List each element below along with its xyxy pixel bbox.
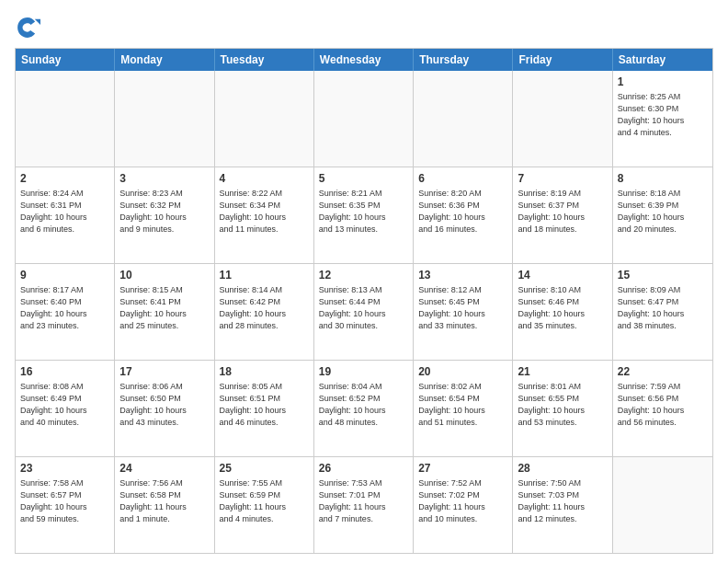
calendar-cell-1-2: 4Sunrise: 8:22 AM Sunset: 6:34 PM Daylig… [215, 167, 314, 263]
day-number: 8 [618, 171, 708, 186]
day-number: 19 [319, 364, 408, 379]
day-number: 16 [20, 364, 109, 379]
day-number: 13 [418, 268, 507, 282]
calendar-cell-0-4 [414, 71, 513, 167]
page: SundayMondayTuesdayWednesdayThursdayFrid… [0, 0, 728, 563]
day-number: 12 [319, 268, 408, 282]
calendar-cell-4-1: 24Sunrise: 7:56 AM Sunset: 6:58 PM Dayli… [115, 457, 214, 553]
day-info: Sunrise: 8:08 AM Sunset: 6:49 PM Dayligh… [20, 382, 87, 426]
header-day-sunday: Sunday [16, 49, 115, 71]
calendar-cell-4-5: 28Sunrise: 7:50 AM Sunset: 7:03 PM Dayli… [513, 457, 612, 553]
day-number: 10 [119, 268, 209, 282]
calendar-cell-3-0: 16Sunrise: 8:08 AM Sunset: 6:49 PM Dayli… [16, 361, 115, 456]
header-day-monday: Monday [115, 49, 214, 71]
calendar-cell-1-6: 8Sunrise: 8:18 AM Sunset: 6:39 PM Daylig… [613, 167, 712, 263]
calendar-cell-2-3: 12Sunrise: 8:13 AM Sunset: 6:44 PM Dayli… [314, 264, 414, 360]
day-number: 15 [618, 268, 708, 282]
day-info: Sunrise: 8:18 AM Sunset: 6:39 PM Dayligh… [618, 189, 685, 233]
calendar-cell-0-1 [115, 71, 214, 167]
calendar-cell-4-2: 25Sunrise: 7:55 AM Sunset: 6:59 PM Dayli… [215, 457, 314, 553]
day-info: Sunrise: 8:22 AM Sunset: 6:34 PM Dayligh… [220, 189, 287, 233]
day-info: Sunrise: 8:04 AM Sunset: 6:52 PM Dayligh… [319, 382, 386, 426]
calendar-cell-4-4: 27Sunrise: 7:52 AM Sunset: 7:02 PM Dayli… [414, 457, 513, 553]
day-number: 21 [518, 364, 607, 379]
header-day-saturday: Saturday [613, 49, 712, 71]
calendar-week-0: 1Sunrise: 8:25 AM Sunset: 6:30 PM Daylig… [16, 71, 712, 167]
day-number: 5 [319, 171, 408, 186]
day-info: Sunrise: 8:01 AM Sunset: 6:55 PM Dayligh… [518, 382, 585, 426]
day-info: Sunrise: 7:55 AM Sunset: 6:59 PM Dayligh… [220, 478, 287, 523]
calendar-cell-3-3: 19Sunrise: 8:04 AM Sunset: 6:52 PM Dayli… [314, 361, 414, 456]
calendar-cell-2-1: 10Sunrise: 8:15 AM Sunset: 6:41 PM Dayli… [115, 264, 214, 360]
calendar-cell-4-6 [613, 457, 712, 553]
day-info: Sunrise: 8:10 AM Sunset: 6:46 PM Dayligh… [518, 285, 585, 329]
header-day-wednesday: Wednesday [314, 49, 414, 71]
calendar-body: 1Sunrise: 8:25 AM Sunset: 6:30 PM Daylig… [16, 71, 712, 553]
calendar-week-3: 16Sunrise: 8:08 AM Sunset: 6:49 PM Dayli… [16, 360, 712, 456]
calendar-cell-3-4: 20Sunrise: 8:02 AM Sunset: 6:54 PM Dayli… [414, 361, 513, 456]
calendar-header: SundayMondayTuesdayWednesdayThursdayFrid… [16, 49, 712, 71]
calendar-cell-1-0: 2Sunrise: 8:24 AM Sunset: 6:31 PM Daylig… [16, 167, 115, 263]
day-info: Sunrise: 8:17 AM Sunset: 6:40 PM Dayligh… [20, 285, 87, 329]
day-number: 18 [220, 364, 309, 379]
day-number: 22 [618, 364, 708, 379]
calendar-cell-0-6: 1Sunrise: 8:25 AM Sunset: 6:30 PM Daylig… [613, 71, 712, 167]
day-info: Sunrise: 8:02 AM Sunset: 6:54 PM Dayligh… [418, 382, 485, 426]
calendar-cell-1-5: 7Sunrise: 8:19 AM Sunset: 6:37 PM Daylig… [513, 167, 612, 263]
day-number: 26 [319, 461, 408, 476]
logo-icon [15, 15, 40, 40]
header-day-tuesday: Tuesday [215, 49, 314, 71]
header [15, 15, 713, 40]
calendar-cell-1-3: 5Sunrise: 8:21 AM Sunset: 6:35 PM Daylig… [314, 167, 414, 263]
calendar-cell-2-5: 14Sunrise: 8:10 AM Sunset: 6:46 PM Dayli… [513, 264, 612, 360]
day-info: Sunrise: 8:19 AM Sunset: 6:37 PM Dayligh… [518, 189, 585, 233]
day-info: Sunrise: 8:13 AM Sunset: 6:44 PM Dayligh… [319, 285, 386, 329]
day-number: 14 [518, 268, 607, 282]
day-number: 6 [418, 171, 507, 186]
day-info: Sunrise: 7:53 AM Sunset: 7:01 PM Dayligh… [319, 478, 386, 523]
day-number: 7 [518, 171, 607, 186]
day-number: 24 [119, 461, 209, 476]
calendar-cell-4-3: 26Sunrise: 7:53 AM Sunset: 7:01 PM Dayli… [314, 457, 414, 553]
day-number: 28 [518, 461, 607, 476]
day-info: Sunrise: 8:09 AM Sunset: 6:47 PM Dayligh… [618, 285, 685, 329]
calendar-cell-2-2: 11Sunrise: 8:14 AM Sunset: 6:42 PM Dayli… [215, 264, 314, 360]
logo [15, 15, 44, 40]
day-number: 1 [618, 75, 708, 89]
day-info: Sunrise: 8:23 AM Sunset: 6:32 PM Dayligh… [119, 189, 187, 233]
day-info: Sunrise: 8:15 AM Sunset: 6:41 PM Dayligh… [119, 285, 187, 329]
calendar-cell-2-4: 13Sunrise: 8:12 AM Sunset: 6:45 PM Dayli… [414, 264, 513, 360]
calendar-cell-3-1: 17Sunrise: 8:06 AM Sunset: 6:50 PM Dayli… [115, 361, 214, 456]
day-info: Sunrise: 8:24 AM Sunset: 6:31 PM Dayligh… [20, 189, 87, 233]
header-day-friday: Friday [513, 49, 612, 71]
svg-marker-0 [35, 19, 40, 25]
day-number: 25 [220, 461, 309, 476]
day-number: 17 [119, 364, 209, 379]
calendar-cell-0-3 [314, 71, 414, 167]
day-number: 23 [20, 461, 109, 476]
day-number: 2 [20, 171, 109, 186]
day-number: 9 [20, 268, 109, 282]
calendar-cell-0-5 [513, 71, 612, 167]
day-info: Sunrise: 8:14 AM Sunset: 6:42 PM Dayligh… [220, 285, 287, 329]
calendar: SundayMondayTuesdayWednesdayThursdayFrid… [15, 48, 713, 554]
calendar-cell-3-6: 22Sunrise: 7:59 AM Sunset: 6:56 PM Dayli… [613, 361, 712, 456]
day-info: Sunrise: 7:59 AM Sunset: 6:56 PM Dayligh… [618, 382, 685, 426]
day-info: Sunrise: 8:25 AM Sunset: 6:30 PM Dayligh… [618, 92, 685, 136]
day-info: Sunrise: 7:58 AM Sunset: 6:57 PM Dayligh… [20, 478, 87, 523]
day-info: Sunrise: 8:05 AM Sunset: 6:51 PM Dayligh… [220, 382, 287, 426]
day-info: Sunrise: 8:21 AM Sunset: 6:35 PM Dayligh… [319, 189, 386, 233]
day-info: Sunrise: 7:56 AM Sunset: 6:58 PM Dayligh… [119, 478, 187, 523]
day-info: Sunrise: 8:20 AM Sunset: 6:36 PM Dayligh… [418, 189, 485, 233]
day-info: Sunrise: 7:52 AM Sunset: 7:02 PM Dayligh… [418, 478, 485, 523]
calendar-cell-1-4: 6Sunrise: 8:20 AM Sunset: 6:36 PM Daylig… [414, 167, 513, 263]
day-number: 4 [220, 171, 309, 186]
calendar-cell-3-2: 18Sunrise: 8:05 AM Sunset: 6:51 PM Dayli… [215, 361, 314, 456]
day-info: Sunrise: 8:12 AM Sunset: 6:45 PM Dayligh… [418, 285, 485, 329]
calendar-week-2: 9Sunrise: 8:17 AM Sunset: 6:40 PM Daylig… [16, 263, 712, 360]
day-info: Sunrise: 8:06 AM Sunset: 6:50 PM Dayligh… [119, 382, 187, 426]
calendar-cell-0-2 [215, 71, 314, 167]
day-number: 3 [119, 171, 209, 186]
calendar-cell-1-1: 3Sunrise: 8:23 AM Sunset: 6:32 PM Daylig… [115, 167, 214, 263]
day-number: 11 [220, 268, 309, 282]
